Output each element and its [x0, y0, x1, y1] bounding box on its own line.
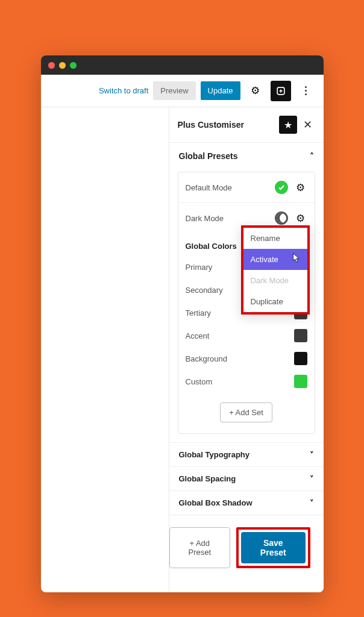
accordion-global-boxshadow[interactable]: Global Box Shadow ˅ — [169, 490, 324, 515]
editor-canvas[interactable] — [41, 107, 169, 592]
accordion-global-typography[interactable]: Global Typography ˅ — [169, 442, 324, 466]
color-label: Accent — [186, 331, 210, 340]
accordion-label: Global Typography — [179, 450, 250, 459]
gear-icon: ⚙ — [296, 212, 305, 225]
app-window: Switch to draft Preview Update ⚙ Plus Cu… — [41, 55, 324, 592]
settings-sidepanel: Plus Customiser ★ ✕ Global Presets ˄ Def… — [169, 107, 324, 592]
kebab-icon — [305, 86, 307, 95]
color-label: Tertiary — [186, 308, 212, 318]
preset-name-label: Dark Mode — [186, 214, 224, 223]
cursor-pointer-icon — [290, 252, 301, 265]
color-swatch[interactable] — [294, 375, 307, 388]
accordion-global-spacing[interactable]: Global Spacing ˅ — [169, 466, 324, 490]
color-row-accent[interactable]: Accent — [178, 324, 315, 347]
color-label: Custom — [186, 377, 213, 386]
color-label: Secondary — [186, 286, 223, 295]
accordion-label: Global Box Shadow — [179, 498, 253, 507]
gear-icon: ⚙ — [251, 84, 260, 97]
color-label: Primary — [186, 263, 213, 272]
preview-button[interactable]: Preview — [153, 81, 195, 100]
plus-addon-icon — [275, 85, 287, 97]
add-preset-button[interactable]: + Add Preset — [169, 527, 231, 568]
update-button[interactable]: Update — [201, 81, 240, 100]
chevron-down-icon: ˅ — [310, 498, 314, 507]
footer-actions: + Add Preset Save Preset — [169, 515, 324, 592]
context-activate-label: Activate — [251, 255, 278, 264]
window-titlebar — [41, 55, 324, 75]
context-rename[interactable]: Rename — [243, 228, 307, 249]
chevron-down-icon: ˅ — [310, 450, 314, 459]
color-swatch[interactable] — [294, 352, 307, 365]
star-icon: ★ — [284, 119, 292, 131]
settings-toggle-button[interactable]: ⚙ — [245, 81, 266, 101]
panel-header: Plus Customiser ★ ✕ — [169, 107, 324, 143]
color-swatch[interactable] — [294, 329, 307, 342]
context-duplicate[interactable]: Duplicate — [243, 291, 307, 312]
chevron-up-icon: ˄ — [310, 151, 314, 161]
editor-topbar: Switch to draft Preview Update ⚙ — [41, 75, 324, 107]
active-indicator — [275, 181, 288, 194]
switch-to-draft-link[interactable]: Switch to draft — [99, 86, 148, 95]
favorite-toggle-button[interactable]: ★ — [279, 116, 297, 134]
check-icon — [278, 184, 285, 191]
gear-icon: ⚙ — [296, 181, 305, 194]
window-close-dot[interactable] — [48, 62, 55, 69]
preset-settings-button[interactable]: ⚙ — [292, 178, 310, 196]
editor-body: Plus Customiser ★ ✕ Global Presets ˄ Def… — [41, 107, 324, 592]
global-presets-title: Global Presets — [179, 151, 238, 161]
more-options-button[interactable] — [296, 81, 316, 101]
close-icon: ✕ — [303, 118, 312, 131]
color-label: Background — [186, 354, 227, 363]
preset-context-menu: Rename Activate Dark Mode Duplicate — [241, 225, 310, 315]
window-minimize-dot[interactable] — [59, 62, 66, 69]
global-presets-header[interactable]: Global Presets ˄ — [169, 143, 324, 167]
panel-title: Plus Customiser — [178, 120, 244, 130]
chevron-down-icon: ˅ — [310, 474, 314, 483]
close-panel-button[interactable]: ✕ — [301, 117, 315, 132]
preset-name-label: Default Mode — [186, 183, 232, 192]
window-maximize-dot[interactable] — [70, 62, 77, 69]
accordion-label: Global Spacing — [179, 474, 236, 483]
preset-settings-button[interactable]: ⚙ — [292, 209, 310, 227]
presets-card: Default Mode ⚙ Dark Mode ⚙ Glob — [178, 172, 315, 434]
preset-row-default[interactable]: Default Mode ⚙ — [178, 172, 315, 203]
moon-icon — [275, 211, 288, 225]
add-set-button[interactable]: + Add Set — [220, 402, 272, 422]
context-darkmode: Dark Mode — [243, 270, 307, 291]
color-row-background[interactable]: Background — [178, 347, 315, 370]
save-preset-button[interactable]: Save Preset — [241, 532, 305, 563]
save-highlight-box: Save Preset — [236, 527, 310, 568]
plus-plugin-button[interactable] — [271, 81, 291, 101]
context-activate[interactable]: Activate — [243, 249, 307, 270]
color-row-custom[interactable]: Custom — [178, 370, 315, 393]
